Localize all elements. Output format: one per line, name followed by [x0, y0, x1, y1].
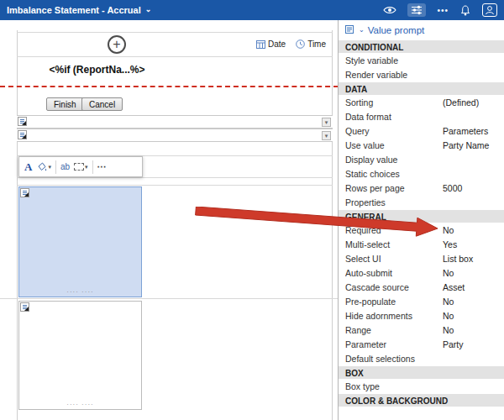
page-header-strip: + Date Time — [17, 32, 333, 57]
property-label: Rows per page — [345, 183, 443, 193]
property-row-multi-select[interactable]: Multi-selectYes — [339, 237, 504, 251]
panel-section-header: CONDITIONAL — [339, 39, 504, 53]
panel-section-header: GENERAL — [339, 209, 504, 223]
property-value: Party — [443, 339, 464, 349]
date-label: Date — [268, 39, 286, 49]
property-row-select-ui[interactable]: Select UIList box — [339, 251, 504, 265]
property-row-rows-per-page[interactable]: Rows per page5000 — [339, 181, 504, 195]
canvas-gridline — [17, 185, 333, 186]
property-row-sorting[interactable]: Sorting(Defined) — [339, 95, 504, 109]
property-value: Yes — [443, 239, 457, 249]
clock-icon — [296, 39, 305, 49]
property-label: Multi-select — [345, 239, 443, 249]
canvas-gridline — [17, 177, 333, 178]
panel-section-header: BOX — [339, 365, 504, 379]
property-row-box-type[interactable]: Box type — [339, 379, 504, 393]
panel-section-header: COLOR & BACKGROUND — [339, 393, 504, 407]
time-toggle[interactable]: Time — [296, 39, 326, 49]
property-label: Auto-submit — [345, 268, 443, 278]
prompt-control-row[interactable]: ▾ — [17, 129, 333, 142]
property-row-pre-populate[interactable]: Pre-populateNo — [339, 294, 504, 308]
property-row-use-value[interactable]: Use valueParty Name — [339, 138, 504, 152]
prompt-control-row[interactable]: ▾ — [17, 115, 333, 129]
panel-section-header: DATA — [339, 81, 504, 95]
property-row-data-format[interactable]: Data format — [339, 109, 504, 123]
property-label: Default selections — [345, 354, 443, 364]
fill-color-button[interactable]: ▾ — [36, 162, 51, 172]
property-label: Hide adornments — [345, 311, 443, 321]
add-item-button[interactable]: + — [108, 35, 126, 54]
inline-format-toolbar: A ▾ ab ▾ ⋯ — [18, 156, 143, 177]
value-prompt-icon — [345, 25, 355, 35]
properties-sliders-icon[interactable] — [407, 3, 426, 17]
drag-handle-dots[interactable]: ···· ···· — [19, 289, 141, 296]
property-label: Select UI — [345, 254, 443, 264]
property-value: Parameters — [443, 126, 488, 136]
app-bar: Imbalance Statement - Accrual ⌄ ••• — [0, 0, 504, 20]
page-break-divider — [0, 86, 339, 87]
property-value: 5000 — [443, 183, 462, 193]
chevron-down-icon[interactable]: ⌄ — [145, 5, 152, 13]
cancel-button[interactable]: Cancel — [81, 97, 123, 111]
report-title[interactable]: Imbalance Statement - Accrual ⌄ — [7, 5, 151, 15]
property-row-static-choices[interactable]: Static choices — [339, 166, 504, 181]
text-style-button[interactable]: ab — [60, 162, 70, 171]
property-value: (Defined) — [443, 97, 479, 108]
font-button[interactable]: A — [24, 160, 32, 174]
paint-bucket-icon — [36, 162, 47, 172]
dropdown-caret-icon[interactable]: ▾ — [322, 118, 331, 127]
property-label: Data format — [345, 112, 443, 122]
property-label: Query — [345, 126, 443, 136]
property-row-hide-adornments[interactable]: Hide adornmentsNo — [339, 308, 504, 323]
property-label: Parameter — [345, 339, 443, 349]
property-row-render-variable[interactable]: Render variable — [339, 67, 504, 81]
toolbar-divider — [55, 160, 56, 174]
property-label: Static choices — [345, 169, 443, 179]
toolbar-divider — [92, 160, 93, 174]
caret-down-icon[interactable]: ⌄ — [359, 26, 365, 34]
property-row-auto-submit[interactable]: Auto-submitNo — [339, 265, 504, 280]
datetime-toggles: Date Time — [256, 39, 326, 49]
property-row-parameter[interactable]: ParameterParty — [339, 337, 504, 351]
property-row-required[interactable]: RequiredNo — [339, 223, 504, 237]
property-value: Party Name — [443, 140, 489, 150]
preview-eye-icon[interactable] — [383, 5, 396, 15]
time-label: Time — [307, 39, 326, 49]
property-row-query[interactable]: QueryParameters — [339, 123, 504, 138]
property-row-default-selections[interactable]: Default selections — [339, 351, 504, 365]
property-value: Asset — [443, 282, 465, 292]
properties-panel-title-text: Value prompt — [368, 25, 425, 35]
property-row-style-variable[interactable]: Style variable — [339, 53, 504, 67]
property-label: Required — [345, 225, 443, 235]
drag-handle-dots[interactable]: ···· ···· — [19, 402, 141, 408]
property-label: Pre-populate — [345, 297, 443, 307]
report-name-expression[interactable]: <%if (ReportNa...%> — [24, 64, 171, 76]
canvas-gridline — [0, 298, 339, 299]
toolbar-more-button[interactable]: ⋯ — [97, 161, 108, 172]
date-toggle[interactable]: Date — [256, 39, 286, 49]
value-prompt-listbox-selected[interactable]: ···· ···· — [18, 186, 142, 297]
property-value: No — [443, 325, 454, 335]
dropdown-caret-icon[interactable]: ▾ — [322, 131, 331, 140]
main-area: + Date Time <%if (ReportNa...%> Finish C… — [0, 20, 504, 420]
property-row-display-value[interactable]: Display value — [339, 152, 504, 166]
property-value: List box — [443, 254, 473, 264]
finish-button[interactable]: Finish — [46, 97, 84, 111]
select-style-button[interactable]: ▾ — [74, 163, 88, 171]
report-canvas: + Date Time <%if (ReportNa...%> Finish C… — [0, 20, 339, 420]
user-account-icon[interactable] — [482, 3, 497, 17]
property-row-properties[interactable]: Properties — [339, 195, 504, 209]
dashed-box-icon — [74, 163, 84, 171]
value-prompt-listbox[interactable]: ···· ···· — [18, 301, 142, 410]
prompt-control-icon — [20, 188, 29, 197]
notifications-bell-icon[interactable] — [459, 5, 471, 16]
property-label: Range — [345, 325, 443, 335]
more-options-icon[interactable]: ••• — [437, 6, 449, 15]
property-label: Cascade source — [345, 282, 443, 292]
property-label: Box type — [345, 381, 443, 391]
caret-down-icon: ▾ — [48, 164, 51, 171]
properties-sections: CONDITIONALStyle variableRender variable… — [339, 39, 504, 407]
property-label: Use value — [345, 140, 443, 150]
property-row-cascade-source[interactable]: Cascade sourceAsset — [339, 280, 504, 294]
property-row-range[interactable]: RangeNo — [339, 323, 504, 337]
